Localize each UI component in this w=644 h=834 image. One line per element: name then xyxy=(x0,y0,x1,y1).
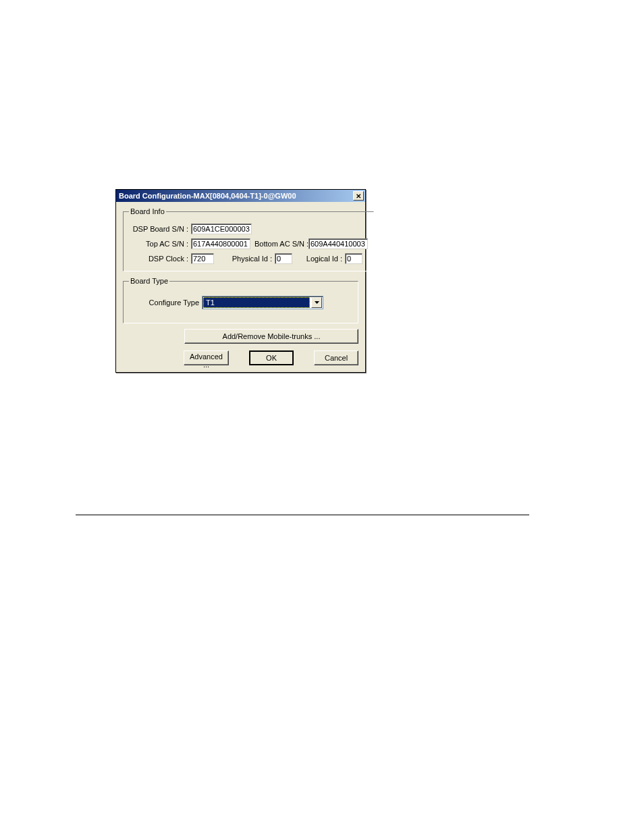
ok-button[interactable]: OK xyxy=(249,350,294,365)
titlebar: Board Configuration-MAX[0804,0404-T1]-0@… xyxy=(116,190,365,202)
top-ac-sn-label: Top AC S/N : xyxy=(129,240,191,248)
logical-id-label: Logical Id : xyxy=(292,255,345,263)
configure-type-label: Configure Type xyxy=(129,298,202,307)
chevron-down-icon xyxy=(315,301,319,304)
row-dsp-board-sn: DSP Board S/N : xyxy=(129,224,368,234)
bottom-ac-sn-field[interactable] xyxy=(308,238,368,249)
row-ac-sn: Top AC S/N : Bottom AC S/N : xyxy=(129,238,368,249)
row-configure-type: Configure Type T1 xyxy=(129,296,352,309)
horizontal-rule xyxy=(76,515,529,515)
board-info-group: Board Info DSP Board S/N : Top AC S/N : … xyxy=(123,207,374,271)
configure-type-select[interactable]: T1 xyxy=(202,296,323,309)
window-title: Board Configuration-MAX[0804,0404-T1]-0@… xyxy=(117,192,296,200)
board-configuration-dialog: Board Configuration-MAX[0804,0404-T1]-0@… xyxy=(115,189,366,373)
dsp-clock-label: DSP Clock : xyxy=(129,255,191,263)
physical-id-label: Physical Id : xyxy=(214,255,275,263)
board-type-group: Board Type Configure Type T1 xyxy=(123,277,358,323)
dialog-content: Board Info DSP Board S/N : Top AC S/N : … xyxy=(116,202,365,372)
top-ac-sn-field[interactable] xyxy=(191,238,250,249)
add-remove-row: Add/Remove Mobile-trunks ... xyxy=(123,329,358,344)
bottom-ac-sn-label: Bottom AC S/N : xyxy=(250,240,308,248)
close-icon: ✕ xyxy=(356,192,361,200)
add-remove-mobile-trunks-button[interactable]: Add/Remove Mobile-trunks ... xyxy=(184,329,358,344)
board-info-legend: Board Info xyxy=(129,207,166,215)
dsp-board-sn-field[interactable] xyxy=(191,224,252,234)
physical-id-field[interactable] xyxy=(275,253,292,264)
dsp-board-sn-label: DSP Board S/N : xyxy=(129,225,191,233)
button-row: Advanced ... OK Cancel xyxy=(123,350,358,365)
dropdown-arrow-button[interactable] xyxy=(311,297,322,308)
row-clock-ids: DSP Clock : Physical Id : Logical Id : xyxy=(129,253,368,264)
configure-type-value: T1 xyxy=(203,297,310,308)
cancel-button[interactable]: Cancel xyxy=(314,350,358,365)
advanced-button[interactable]: Advanced ... xyxy=(184,350,229,365)
svg-marker-0 xyxy=(315,301,319,304)
dsp-clock-field[interactable] xyxy=(191,253,214,264)
board-type-legend: Board Type xyxy=(129,277,169,285)
close-button[interactable]: ✕ xyxy=(353,191,364,201)
logical-id-field[interactable] xyxy=(345,253,363,264)
